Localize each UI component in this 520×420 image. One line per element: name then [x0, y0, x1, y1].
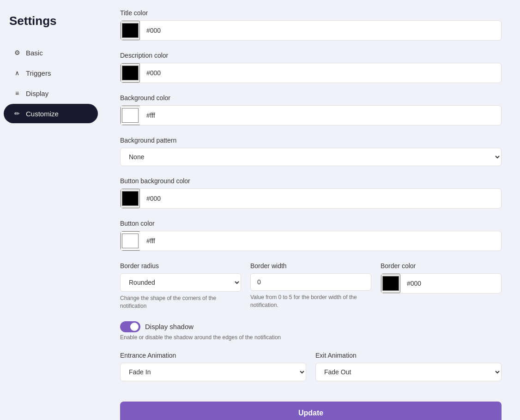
page-title: Settings [0, 9, 102, 42]
toggle-slider [120, 321, 140, 332]
button-bg-color-label: Button background color [120, 177, 502, 185]
button-bg-color-swatch[interactable] [121, 189, 140, 208]
entrance-animation-group: Entrance Animation Fade In Slide In Boun… [120, 352, 306, 381]
description-color-group: Description color [120, 52, 502, 83]
border-row: Border radius Rounded Square Pill Change… [120, 262, 502, 310]
display-shadow-toggle[interactable] [120, 321, 140, 332]
display-shadow-label: Display shadow [145, 323, 193, 330]
border-width-group: Border width Value from 0 to 5 for the b… [250, 262, 371, 310]
exit-animation-select[interactable]: Fade Out Slide Out Bounce Out None [315, 363, 502, 381]
background-color-input-wrapper [120, 105, 502, 126]
border-color-label: Border color [381, 262, 502, 270]
border-radius-select[interactable]: Rounded Square Pill [120, 273, 241, 292]
sidebar-item-customize-label: Customize [26, 110, 59, 118]
update-button[interactable]: Update [120, 402, 502, 420]
background-pattern-label: Background pattern [120, 137, 502, 144]
border-radius-label: Border radius [120, 262, 241, 270]
display-shadow-row: Display shadow Enable or disable the sha… [120, 321, 502, 341]
sidebar-item-basic-label: Basic [26, 49, 43, 57]
display-shadow-wrapper: Display shadow [120, 321, 281, 332]
background-color-text[interactable] [140, 107, 501, 124]
background-color-label: Background color [120, 94, 502, 102]
pencil-icon: ✏ [13, 109, 21, 118]
button-bg-color-text[interactable] [140, 190, 501, 207]
title-color-group: Title color [120, 9, 502, 41]
border-radius-hint: Change the shape of the corners of the n… [120, 294, 241, 310]
background-pattern-select[interactable]: None Dots Lines Grid [120, 148, 502, 166]
background-color-group: Background color [120, 94, 502, 126]
title-color-label: Title color [120, 9, 502, 17]
border-radius-group: Border radius Rounded Square Pill Change… [120, 262, 241, 310]
display-shadow-hint: Enable or disable the shadow around the … [120, 334, 281, 341]
entrance-animation-label: Entrance Animation [120, 352, 306, 359]
exit-animation-label: Exit Animation [315, 352, 502, 359]
border-color-group: Border color [381, 262, 502, 310]
display-shadow-group: Display shadow Enable or disable the sha… [120, 321, 281, 341]
button-color-group: Button color [120, 220, 502, 251]
border-width-input[interactable] [250, 273, 371, 291]
entrance-animation-select[interactable]: Fade In Slide In Bounce In None [120, 363, 306, 381]
chevron-up-icon: ∧ [13, 69, 21, 77]
button-bg-color-input-wrapper [120, 188, 502, 209]
border-color-swatch[interactable] [381, 274, 400, 293]
description-color-input-wrapper [120, 63, 502, 83]
description-color-text[interactable] [140, 65, 501, 81]
border-color-input-wrapper [381, 273, 502, 294]
button-bg-color-group: Button background color [120, 177, 502, 209]
title-color-input-wrapper [120, 20, 502, 41]
background-color-swatch[interactable] [121, 106, 140, 125]
description-color-swatch[interactable] [121, 63, 140, 83]
main-content: Title color Description color Background… [102, 0, 520, 420]
sidebar: Settings ⚙ Basic ∧ Triggers ≡ Display ✏ … [0, 0, 102, 420]
border-width-label: Border width [250, 262, 371, 270]
sidebar-item-display[interactable]: ≡ Display [4, 84, 98, 103]
background-pattern-group: Background pattern None Dots Lines Grid [120, 137, 502, 166]
border-width-hint: Value from 0 to 5 for the border width o… [250, 294, 371, 309]
description-color-label: Description color [120, 52, 502, 59]
animation-row: Entrance Animation Fade In Slide In Boun… [120, 352, 502, 381]
button-color-text[interactable] [140, 233, 501, 249]
title-color-swatch[interactable] [121, 21, 140, 40]
title-color-text[interactable] [140, 22, 501, 39]
gear-icon: ⚙ [13, 48, 21, 57]
sidebar-item-customize[interactable]: ✏ Customize [4, 104, 98, 123]
button-color-input-wrapper [120, 231, 502, 251]
border-color-text[interactable] [400, 275, 501, 292]
sidebar-item-triggers[interactable]: ∧ Triggers [4, 63, 98, 83]
button-color-label: Button color [120, 220, 502, 227]
sidebar-item-basic[interactable]: ⚙ Basic [4, 43, 98, 62]
exit-animation-group: Exit Animation Fade Out Slide Out Bounce… [315, 352, 502, 381]
list-icon: ≡ [13, 89, 21, 97]
button-color-swatch[interactable] [121, 231, 140, 251]
sidebar-item-display-label: Display [26, 90, 48, 97]
sidebar-item-triggers-label: Triggers [26, 69, 51, 77]
